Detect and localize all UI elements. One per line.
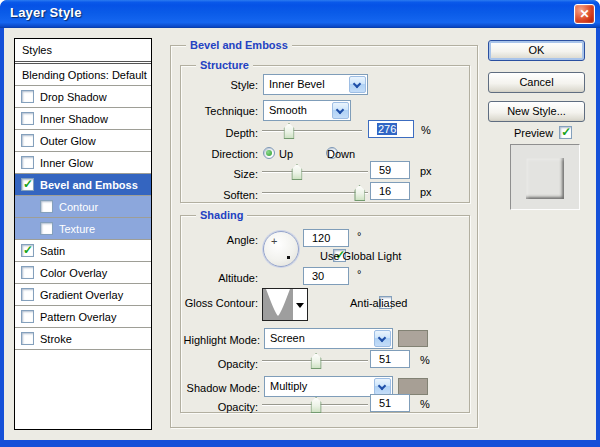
depth-value: 276 [377,123,397,135]
sidebar-item-outer-glow[interactable]: Outer Glow [15,130,151,152]
size-slider[interactable] [262,164,368,180]
sidebar-item-bevel-and-emboss[interactable]: Bevel and Emboss [15,174,151,196]
checkbox-icon[interactable] [21,178,34,191]
technique-value: Smooth [269,104,307,116]
preview-thumbnail [510,144,580,210]
highlight-mode-value: Screen [270,332,305,344]
sidebar-item-pattern-overlay[interactable]: Pattern Overlay [15,306,151,328]
gloss-contour-picker[interactable] [262,288,308,321]
preview-checkbox[interactable] [559,126,572,139]
panel-title: Bevel and Emboss [186,39,292,52]
sidebar-item-inner-shadow[interactable]: Inner Shadow [15,108,151,130]
angle-label: Angle: [150,234,258,247]
slider-thumb[interactable] [291,164,302,180]
anti-aliased-label: Anti-aliased [350,297,407,309]
shadow-opacity-field[interactable]: 51 [370,394,410,412]
checkbox-icon[interactable] [21,90,34,103]
checkbox-icon[interactable] [21,310,34,323]
structure-title: Structure [196,59,253,72]
sidebar-item-gradient-overlay[interactable]: Gradient Overlay [15,284,151,306]
cancel-button[interactable]: Cancel [488,72,585,93]
checkbox-icon[interactable] [21,288,34,301]
shadow-mode-value: Multiply [270,380,307,392]
chevron-down-icon[interactable] [332,102,349,119]
highlight-opacity-slider[interactable] [262,353,368,369]
new-style-button[interactable]: New Style... [488,101,585,122]
styles-list-items: Drop ShadowInner ShadowOuter GlowInner G… [15,86,151,350]
highlight-opacity-label: Opacity: [150,358,258,371]
slider-thumb[interactable] [284,123,295,139]
shadow-color-swatch[interactable] [398,378,428,395]
title-bar[interactable]: Layer Style ✕ [0,0,600,28]
sidebar-item-label: Inner Glow [40,157,93,169]
depth-label: Depth: [150,127,258,140]
checkbox-icon[interactable] [21,266,34,279]
checkbox-icon[interactable] [21,134,34,147]
style-dropdown[interactable]: Inner Bevel [263,74,368,95]
slider-track [262,171,368,173]
soften-label: Soften: [150,189,258,202]
highlight-opacity-field[interactable]: 51 [370,350,410,368]
sidebar-item-contour[interactable]: Contour [15,196,151,218]
use-global-light-label: Use Global Light [320,250,401,262]
sidebar-item-label: Stroke [40,333,72,345]
chevron-down-icon[interactable] [374,330,391,347]
highlight-mode-label: Highlight Mode: [140,334,260,347]
checkbox-icon[interactable] [21,244,34,257]
altitude-unit: ° [357,268,361,281]
size-unit: px [420,165,432,178]
angle-unit: ° [357,230,361,243]
checkbox-icon[interactable] [40,222,53,235]
contour-thumbnail-icon[interactable] [263,289,293,320]
slider-thumb[interactable] [311,397,322,413]
soften-unit: px [420,186,432,199]
checkbox-icon[interactable] [21,112,34,125]
shadow-opacity-label: Opacity: [150,401,258,414]
soften-slider[interactable] [262,185,368,201]
sidebar-item-label: Texture [59,223,95,235]
ok-button[interactable]: OK [488,40,585,61]
contour-dropdown-arrow-icon[interactable] [293,289,307,320]
checkbox-icon[interactable] [40,200,53,213]
depth-slider[interactable] [262,123,362,139]
size-label: Size: [150,168,258,181]
direction-up-radio[interactable] [263,147,275,159]
sidebar-item-texture[interactable]: Texture [15,218,151,240]
altitude-field[interactable]: 30 [303,267,349,285]
highlight-mode-dropdown[interactable]: Screen [264,328,393,349]
sidebar-item-label: Drop Shadow [40,91,107,103]
preview-label: Preview [514,127,553,139]
sidebar-item-stroke[interactable]: Stroke [15,328,151,350]
close-icon[interactable]: ✕ [574,4,595,24]
sidebar-item-drop-shadow[interactable]: Drop Shadow [15,86,151,108]
sidebar-item-satin[interactable]: Satin [15,240,151,262]
soften-field[interactable]: 16 [370,182,410,200]
sidebar-item-inner-glow[interactable]: Inner Glow [15,152,151,174]
depth-unit: % [421,124,431,137]
size-field[interactable]: 59 [370,161,410,179]
angle-dial[interactable]: + [263,231,299,267]
technique-dropdown[interactable]: Smooth [263,100,351,121]
style-value: Inner Bevel [269,78,325,90]
angle-handle-icon[interactable]: + [271,235,277,247]
checkbox-icon[interactable] [21,332,34,345]
styles-list-header[interactable]: Styles [15,39,151,64]
sidebar-item-label: Pattern Overlay [40,311,116,323]
chevron-down-icon[interactable] [374,378,391,395]
highlight-color-swatch[interactable] [398,330,428,347]
slider-track [262,130,362,132]
sidebar-item-color-overlay[interactable]: Color Overlay [15,262,151,284]
shadow-opacity-slider[interactable] [262,397,368,413]
blending-options-label: Blending Options: Default [22,69,147,81]
sidebar-item-label: Gradient Overlay [40,289,123,301]
depth-field[interactable]: 276 [368,120,414,138]
chevron-down-icon[interactable] [349,76,366,93]
angle-field[interactable]: 120 [303,229,349,247]
styles-header-label: Styles [22,44,52,56]
slider-thumb[interactable] [354,185,365,201]
slider-thumb[interactable] [311,353,322,369]
gloss-contour-label: Gloss Contour: [140,297,258,310]
checkbox-icon[interactable] [21,156,34,169]
sidebar-item-blending-options[interactable]: Blending Options: Default [15,64,151,86]
angle-value: 120 [312,232,330,244]
